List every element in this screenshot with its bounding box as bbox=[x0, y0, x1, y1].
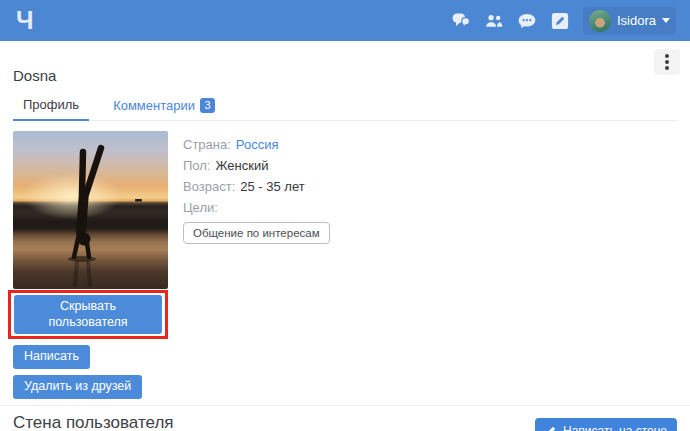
age-label: Возраст: bbox=[183, 179, 235, 194]
page-options-button[interactable] bbox=[654, 49, 680, 75]
info-row-age: Возраст:25 - 35 лет bbox=[183, 176, 330, 197]
profile-photo-column: Скрывать пользователя Написать Удалить и… bbox=[13, 131, 168, 399]
comments-count-badge: 3 bbox=[200, 98, 215, 113]
goal-tag: Общение по интересам bbox=[183, 222, 330, 244]
country-link[interactable]: Россия bbox=[236, 137, 279, 152]
profile-page: Dosna Профиль Комментарии 3 bbox=[0, 41, 690, 431]
friends-icon[interactable] bbox=[484, 11, 504, 31]
write-message-button[interactable]: Написать bbox=[13, 345, 90, 369]
info-row-gender: Пол:Женский bbox=[183, 155, 330, 176]
profile-tabs: Профиль Комментарии 3 bbox=[13, 93, 677, 121]
pencil-icon bbox=[545, 425, 557, 431]
gender-value: Женский bbox=[216, 158, 269, 173]
chats-icon[interactable] bbox=[451, 11, 471, 31]
comments-icon[interactable] bbox=[517, 11, 537, 31]
hide-user-button[interactable]: Скрывать пользователя bbox=[14, 295, 162, 334]
section-divider bbox=[0, 405, 690, 406]
write-on-wall-button[interactable]: Написать на стене bbox=[535, 418, 677, 431]
compose-icon[interactable] bbox=[550, 11, 570, 31]
user-avatar bbox=[589, 10, 611, 32]
remove-friend-button[interactable]: Удалить из друзей bbox=[13, 375, 142, 399]
user-menu[interactable]: Isidora bbox=[583, 7, 676, 35]
handstand-silhouette bbox=[13, 131, 168, 289]
user-name: Isidora bbox=[617, 13, 656, 28]
info-row-country: Страна:Россия bbox=[183, 134, 330, 155]
tab-comments[interactable]: Комментарии 3 bbox=[103, 93, 225, 120]
profile-info: Страна:Россия Пол:Женский Возраст:25 - 3… bbox=[183, 131, 330, 399]
page-title: Dosna bbox=[13, 41, 677, 84]
app-logo[interactable]: Ч bbox=[16, 8, 34, 33]
write-on-wall-label: Написать на стене bbox=[563, 424, 667, 431]
tab-profile[interactable]: Профиль bbox=[13, 93, 89, 121]
kebab-menu-icon bbox=[665, 54, 669, 58]
country-label: Страна: bbox=[183, 137, 231, 152]
annotation-highlight-red-box: Скрывать пользователя bbox=[8, 290, 168, 339]
top-navigation-bar: Ч bbox=[0, 0, 690, 41]
wall-section: Стена пользователя Написать на стене Нет… bbox=[13, 411, 677, 431]
wall-title: Стена пользователя bbox=[13, 411, 174, 431]
profile-section: Скрывать пользователя Написать Удалить и… bbox=[13, 131, 677, 399]
topbar-actions: Isidora bbox=[451, 7, 676, 35]
tab-profile-label: Профиль bbox=[23, 97, 79, 112]
wall-header: Стена пользователя Написать на стене bbox=[13, 411, 677, 431]
tab-comments-label: Комментарии bbox=[113, 98, 195, 113]
profile-photo[interactable] bbox=[13, 131, 168, 289]
chevron-down-icon bbox=[662, 18, 670, 23]
info-row-goals: Цели: bbox=[183, 197, 330, 218]
goals-label: Цели: bbox=[183, 200, 218, 215]
age-value: 25 - 35 лет bbox=[240, 179, 304, 194]
gender-label: Пол: bbox=[183, 158, 211, 173]
